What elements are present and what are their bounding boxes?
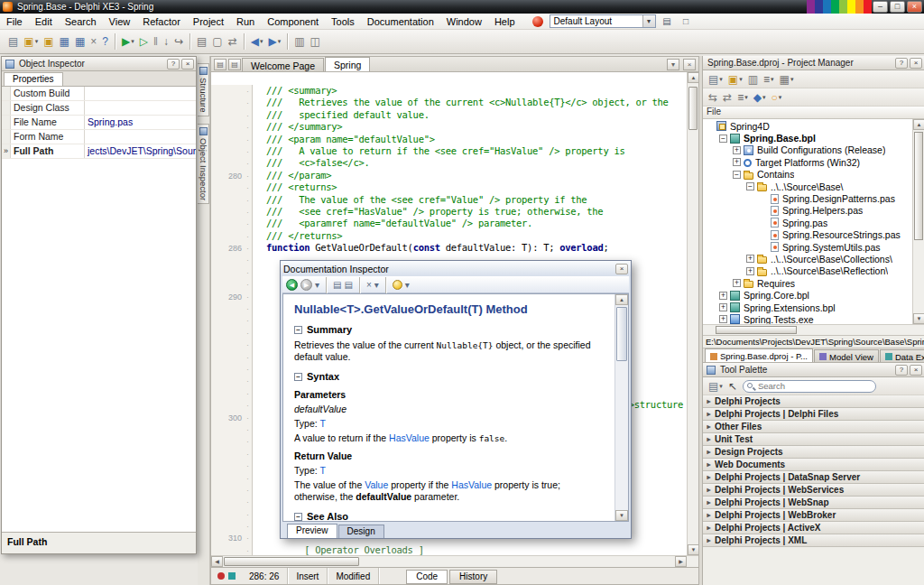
btn-browse-forward[interactable]: ▶▾ [266, 32, 282, 51]
tree-horizontal-scrollbar[interactable] [703, 325, 924, 336]
save-layout-button[interactable]: ▤ [660, 14, 675, 28]
dock-tab-structure[interactable]: Structure [198, 63, 209, 116]
expand-icon[interactable]: + [746, 255, 754, 263]
tab-history[interactable]: History [449, 570, 497, 584]
node-spring-tests-exe[interactable]: +Spring.Tests.exe [703, 313, 912, 324]
menu-refactor[interactable]: Refactor [136, 14, 187, 29]
property-row-file-name[interactable]: File NameSpring.pas [2, 116, 196, 130]
collapse-icon[interactable]: − [294, 326, 302, 334]
dropdown-arrow-icon[interactable]: ▾ [719, 76, 723, 83]
hasvalue-link[interactable]: HasValue [451, 479, 492, 490]
btn-step-over[interactable]: ↪ [172, 32, 185, 51]
expand-icon[interactable]: + [733, 279, 741, 287]
scroll-up-icon[interactable]: ▲ [688, 72, 698, 83]
code-line[interactable]: · /// <see cref="HasValue" /> property i… [211, 206, 687, 218]
btn-browse-back[interactable]: ◀▾ [249, 32, 265, 51]
category-web-documents[interactable]: ▸Web Documents [703, 459, 924, 471]
category-other-files[interactable]: ▸Other Files [703, 421, 924, 433]
code-line[interactable]: · /// <paramref name="defaultValue" /> p… [211, 218, 687, 229]
search-input[interactable] [743, 380, 876, 393]
btn-project-options[interactable]: ▦▾ [778, 70, 796, 88]
doc-title-bar[interactable]: Documentation Inspector × [281, 261, 631, 276]
scroll-up-icon[interactable]: ▲ [615, 294, 628, 305]
btn-view-forms[interactable]: ▢ [210, 32, 224, 51]
scrollbar-thumb[interactable] [914, 132, 923, 240]
code-line[interactable]: · /// </returns> [211, 230, 687, 242]
dropdown-arrow-icon[interactable]: ▾ [779, 94, 782, 101]
btn-save-all[interactable]: ▦ [73, 32, 87, 51]
minimize-button[interactable]: – [873, 1, 888, 13]
menu-view[interactable]: View [103, 14, 137, 29]
scroll-right-icon[interactable]: ▶ [675, 556, 687, 567]
options-bulb-icon[interactable] [393, 280, 402, 290]
menu-window[interactable]: Window [440, 14, 488, 29]
btn-compile-project[interactable]: ◫ [309, 32, 322, 51]
node-spring-helpers-pas[interactable]: Spring.Helpers.pas [703, 205, 912, 217]
btn-toggle-form-unit[interactable]: ⇄ [226, 32, 239, 51]
help-icon[interactable]: ? [895, 365, 908, 376]
node-source-base-reflection[interactable]: +..\..\Source\Base\Reflection\ [703, 265, 912, 277]
code-line[interactable]: · /// specified default value. [211, 109, 687, 121]
see-also-section-header[interactable]: − See Also [294, 511, 605, 522]
scroll-down-icon[interactable]: ▼ [688, 544, 698, 555]
object-inspector-header[interactable]: Object Inspector ? × [2, 57, 196, 71]
node-build-configurations-release[interactable]: +Build Configurations (Release) [703, 144, 912, 156]
property-row-design-class[interactable]: Design Class [2, 101, 196, 116]
close-icon[interactable]: × [910, 58, 922, 69]
code-line[interactable]: 280· /// </param> [211, 170, 687, 181]
clear-dropdown-icon[interactable]: ▾ [374, 278, 379, 292]
code-line[interactable]: · [ Operator Overloads ] [211, 544, 687, 555]
code-line[interactable]: · /// A value to return if the <see cref… [211, 145, 687, 157]
back-button[interactable]: ◀ [286, 279, 298, 291]
btn-collapse-all[interactable]: ⇄ [721, 88, 734, 107]
tab-design[interactable]: Design [338, 525, 384, 538]
combo-dropdown-icon[interactable]: ▾ [642, 15, 655, 27]
close-icon[interactable]: × [181, 59, 194, 70]
tab-project-manager[interactable]: Spring.Base.dproj - P... [705, 348, 813, 362]
value-link[interactable]: Value [365, 479, 388, 490]
node-spring-base-bpl[interactable]: −Spring.Base.bpl [703, 132, 912, 144]
node-spring-systemutils-pas[interactable]: Spring.SystemUtils.pas [703, 241, 912, 253]
node-spring-core-bpl[interactable]: +Spring.Core.bpl [703, 289, 912, 301]
btn-sort-by[interactable]: ≡▾ [762, 70, 776, 88]
btn-view-mode[interactable]: ≡▾ [735, 88, 750, 107]
doc-scrollbar[interactable]: ▲ ▼ [614, 294, 628, 521]
node-spring-designpatterns-pas[interactable]: Spring.DesignPatterns.pas [703, 192, 912, 204]
node-spring4d[interactable]: Spring4D [703, 120, 912, 132]
dropdown-arrow-icon[interactable]: ▾ [739, 76, 743, 83]
category-delphi-projects-webbroker[interactable]: ▸Delphi Projects | WebBroker [703, 509, 924, 522]
expand-icon[interactable]: + [719, 292, 727, 300]
code-line[interactable]: · /// <c>false</c>. [211, 157, 687, 169]
menu-tools[interactable]: Tools [325, 14, 361, 29]
btn-open-project[interactable]: ▣ [42, 32, 55, 51]
tab-properties[interactable]: Properties [4, 72, 63, 86]
category-delphi-projects-activex[interactable]: ▸Delphi Projects | ActiveX [703, 522, 924, 534]
play-macro-icon[interactable] [228, 572, 236, 580]
summary-section-header[interactable]: − Summary [294, 324, 605, 336]
collapse-icon[interactable]: − [294, 513, 302, 521]
forward-button[interactable]: ▶ [300, 279, 312, 291]
hasvalue-link[interactable]: HasValue [389, 432, 430, 443]
scrollbar-thumb[interactable] [224, 557, 359, 566]
title-bar[interactable]: Spring.Base - Delphi XE3 - Spring – □ × [0, 0, 924, 14]
code-line[interactable]: · /// <returns> [211, 181, 687, 193]
scrollbar-thumb[interactable] [688, 87, 698, 130]
close-tab-button[interactable]: × [683, 59, 696, 70]
type-link[interactable]: T [319, 465, 325, 476]
dropdown-arrow-icon[interactable]: ▾ [744, 94, 748, 101]
tree-vertical-scrollbar[interactable]: ▲ ▼ [912, 119, 924, 324]
btn-palette-options[interactable]: ▤▾ [707, 377, 725, 395]
dock-tab-object-inspector[interactable]: Object Inspector [198, 124, 209, 204]
expand-icon[interactable]: + [719, 315, 727, 323]
property-row-custom-build[interactable]: Custom Build [2, 87, 196, 101]
tab-data-explorer[interactable]: Data Explorer [880, 349, 924, 362]
node-source-base-collections[interactable]: +..\..\Source\Base\Collections\ [703, 253, 912, 265]
btn-remove-unit[interactable]: ▥ [746, 70, 760, 88]
collapse-icon[interactable]: − [746, 182, 754, 190]
dropdown-arrow-icon[interactable]: ▾ [278, 38, 282, 45]
btn-pause[interactable]: ‖ [152, 32, 160, 51]
dropdown-arrow-icon[interactable]: ▾ [260, 38, 263, 45]
expand-icon[interactable]: + [746, 267, 754, 275]
record-macro-icon[interactable] [217, 572, 225, 580]
close-icon[interactable]: × [615, 264, 628, 274]
